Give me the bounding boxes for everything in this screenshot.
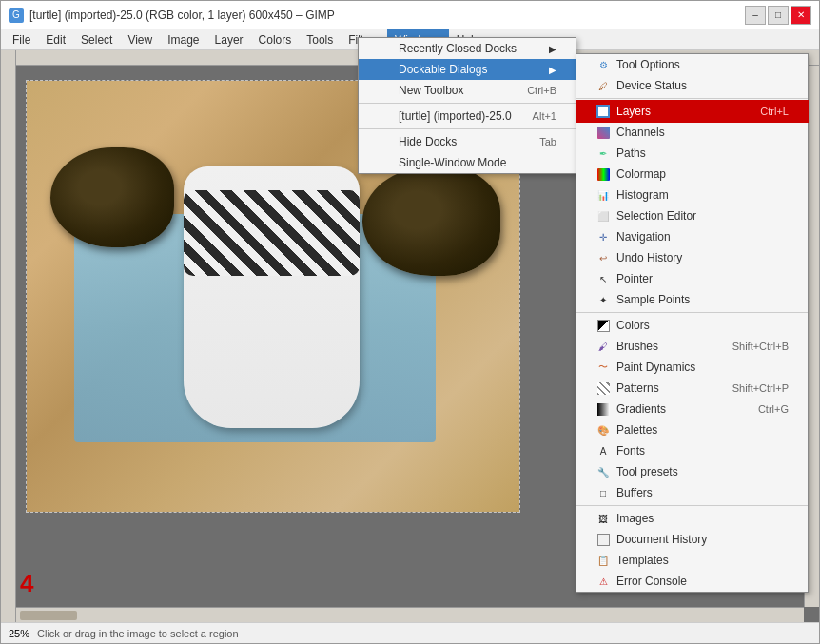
sandal [184, 166, 360, 428]
patterns-shortcut: Shift+Ctrl+P [732, 382, 789, 394]
menu-colors[interactable]: Colors [576, 315, 808, 336]
pointer-icon: ↖ [595, 271, 611, 286]
window-title: [turtle] (imported)-25.0 (RGB color, 1 l… [29, 9, 335, 22]
scrollbar-thumb-h[interactable] [20, 611, 77, 620]
channels-icon [595, 125, 611, 140]
fonts-icon: A [595, 443, 611, 459]
patterns-icon [595, 381, 611, 396]
menu-single-window[interactable]: Single-Window Mode [359, 152, 576, 173]
windows-sep1 [359, 103, 576, 104]
menu-document-history[interactable]: Document History [576, 529, 808, 550]
selection-editor-icon: ⬜ [595, 208, 611, 224]
templates-icon: 📋 [595, 553, 611, 568]
layers-shortcut: Ctrl+L [760, 106, 789, 117]
dockable-sep3 [576, 505, 808, 506]
minimize-button[interactable]: – [745, 6, 766, 25]
status-zoom: 25% [9, 628, 29, 639]
windows-dropdown: Recently Closed Docks ▶ Dockable Dialogs… [358, 37, 576, 174]
palettes-icon: 🎨 [595, 422, 611, 438]
menu-histogram[interactable]: 📊 Histogram [576, 185, 808, 205]
gradients-shortcut: Ctrl+G [758, 403, 789, 415]
menu-templates[interactable]: 📋 Templates [576, 550, 808, 571]
layers-icon [595, 104, 611, 119]
status-info: Click or drag in the image to select a r… [37, 628, 239, 639]
brushes-icon: 🖌 [595, 339, 611, 354]
brushes-shortcut: Shift+Ctrl+B [732, 341, 789, 352]
menu-pointer[interactable]: ↖ Pointer [576, 268, 808, 289]
menu-sample-points[interactable]: ✦ Sample Points [576, 289, 808, 310]
menu-buffers[interactable]: □ Buffers [576, 482, 808, 503]
colors-icon [595, 318, 611, 333]
paths-icon: ✒ [595, 146, 611, 161]
main-window: G [turtle] (imported)-25.0 (RGB color, 1… [0, 0, 820, 644]
menu-file[interactable]: File [5, 29, 38, 50]
menu-select[interactable]: Select [73, 29, 120, 50]
maximize-button[interactable]: □ [768, 6, 789, 25]
turtle-shortcut: Alt+1 [533, 110, 556, 122]
histogram-icon: 📊 [595, 187, 611, 203]
dockable-dialogs-icon [378, 62, 393, 77]
menu-tool-options[interactable]: ⚙ Tool Options [576, 54, 808, 75]
menu-error-console[interactable]: ⚠ Error Console [576, 571, 808, 592]
arrow-recently-closed: ▶ [549, 44, 556, 54]
menu-channels[interactable]: Channels [576, 122, 808, 143]
dockable-sep2 [576, 312, 808, 313]
windows-sep2 [359, 128, 576, 129]
title-bar: G [turtle] (imported)-25.0 (RGB color, 1… [1, 1, 819, 29]
menu-palettes[interactable]: 🎨 Palettes [576, 420, 808, 440]
menu-layers[interactable]: Layers Ctrl+L [576, 101, 808, 122]
menu-view[interactable]: View [120, 29, 160, 50]
dockable-dialogs-menu: ⚙ Tool Options 🖊 Device Status Layers Ct… [576, 53, 809, 593]
menu-dockable-dialogs[interactable]: Dockable Dialogs ▶ [359, 59, 576, 80]
canvas-number-label: 4 [20, 569, 33, 598]
menu-selection-editor[interactable]: ⬜ Selection Editor [576, 205, 808, 226]
recently-closed-icon [378, 41, 393, 56]
hide-docks-shortcut: Tab [539, 136, 556, 147]
sample-points-icon: ✦ [595, 292, 611, 307]
buffers-icon: □ [595, 485, 611, 500]
ruler-vertical [1, 50, 16, 622]
menu-paint-dynamics[interactable]: 〜 Paint Dynamics [576, 357, 808, 378]
turtle-left [50, 147, 174, 247]
tool-options-icon: ⚙ [595, 57, 611, 72]
status-bar: 25% Click or drag in the image to select… [1, 622, 819, 643]
single-window-icon [378, 155, 393, 170]
undo-history-icon: ↩ [595, 250, 611, 265]
turtle-image-icon [378, 108, 393, 124]
menu-images[interactable]: 🖼 Images [576, 508, 808, 529]
menu-paths[interactable]: ✒ Paths [576, 143, 808, 164]
menu-patterns[interactable]: Patterns Shift+Ctrl+P [576, 378, 808, 399]
arrow-dockable: ▶ [549, 65, 556, 75]
sandal-strap [184, 190, 360, 276]
dockable-sep1 [576, 98, 808, 99]
menu-new-toolbox[interactable]: New Toolbox Ctrl+B [359, 80, 576, 101]
turtle-right [362, 166, 500, 276]
menu-fonts[interactable]: A Fonts [576, 440, 808, 461]
menu-image[interactable]: Image [160, 29, 206, 50]
tool-presets-icon: 🔧 [595, 464, 611, 479]
error-console-icon: ⚠ [595, 574, 611, 589]
menu-layer[interactable]: Layer [207, 29, 251, 50]
menu-turtle-image[interactable]: [turtle] (imported)-25.0 Alt+1 [359, 106, 576, 127]
close-button[interactable]: ✕ [791, 6, 811, 25]
menu-device-status[interactable]: 🖊 Device Status [576, 75, 808, 96]
menu-colors[interactable]: Colors [251, 29, 300, 50]
title-bar-left: G [turtle] (imported)-25.0 (RGB color, 1… [9, 8, 335, 23]
menu-recently-closed[interactable]: Recently Closed Docks ▶ [359, 38, 576, 59]
menu-brushes[interactable]: 🖌 Brushes Shift+Ctrl+B [576, 336, 808, 357]
app-icon: G [9, 8, 24, 23]
menu-tool-presets[interactable]: 🔧 Tool presets [576, 461, 808, 482]
menu-navigation[interactable]: ✛ Navigation [576, 226, 808, 247]
colormap-icon [595, 166, 611, 182]
menu-colormap[interactable]: Colormap [576, 164, 808, 185]
hide-docks-icon [378, 134, 393, 149]
menu-edit[interactable]: Edit [38, 29, 73, 50]
menu-gradients[interactable]: Gradients Ctrl+G [576, 399, 808, 420]
menu-tools[interactable]: Tools [299, 29, 341, 50]
scrollbar-horizontal[interactable] [16, 607, 804, 622]
title-bar-controls: – □ ✕ [745, 6, 811, 25]
menu-hide-docks[interactable]: Hide Docks Tab [359, 131, 576, 152]
gradients-icon [595, 401, 611, 417]
menu-undo-history[interactable]: ↩ Undo History [576, 247, 808, 268]
navigation-icon: ✛ [595, 229, 611, 244]
